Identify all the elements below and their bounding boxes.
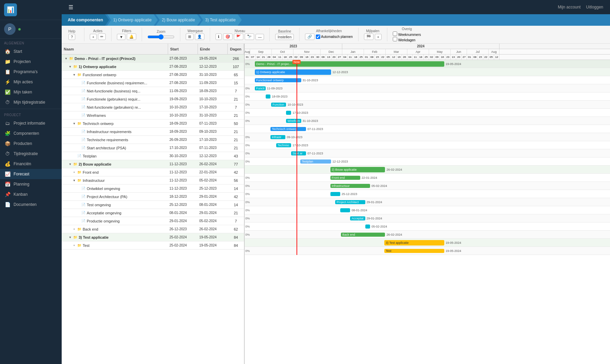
mijn-account-link[interactable]: Mijn account [558, 5, 581, 9]
task-expand-icon[interactable] [76, 89, 81, 93]
task-expand-icon[interactable] [72, 154, 77, 158]
sidebar-item-start[interactable]: 🏠Start [0, 46, 62, 57]
task-start-cell: 10-10-2023 [168, 105, 198, 109]
werkdagen-checkbox[interactable] [393, 37, 397, 41]
task-expand-icon[interactable]: ▼ [68, 235, 73, 240]
task-expand-icon[interactable] [76, 81, 81, 85]
day-cell: 04 [342, 55, 348, 60]
gantt-row: 1) Ontwerp applicatie12-12-2023 [245, 68, 610, 76]
sep6 [269, 28, 270, 41]
task-expand-icon[interactable] [76, 97, 81, 102]
task-expand-icon[interactable]: ▼ [68, 162, 73, 167]
mijlpalen-flag-button[interactable]: 🏁 [364, 34, 373, 40]
tab-bouw[interactable]: 2) Bouw applicatie [156, 14, 201, 26]
sidebar-item-componenten[interactable]: 🧩Componenten [0, 128, 62, 138]
sidebar-item-tijdregistratie2[interactable]: ⏱Tijdregistratie [0, 149, 62, 159]
niveau-flag-button[interactable]: 🚩 [234, 34, 243, 40]
sidebar-item-financien[interactable]: 💰Financiën [0, 159, 62, 169]
niveau-binoculars-button[interactable]: 🔭 [245, 34, 254, 40]
weergave-user-button[interactable]: 👤 [195, 34, 204, 40]
task-name-cell: 📄 Technische requirements [62, 137, 168, 142]
help-button[interactable]: ? [68, 34, 75, 40]
baseline-instellen-button[interactable]: Instellen [275, 34, 294, 40]
month-cell-Nov: Nov [293, 49, 321, 54]
task-expand-icon[interactable] [76, 186, 81, 191]
task-expand-icon[interactable] [76, 211, 81, 215]
task-expand-icon[interactable] [76, 202, 81, 207]
task-expand-icon[interactable] [76, 105, 81, 110]
sidebar-item-documenten[interactable]: 📄Documenten [0, 199, 62, 210]
task-expand-icon[interactable] [76, 194, 81, 199]
auto-plannen-checkbox[interactable] [316, 35, 320, 39]
hamburger-icon[interactable]: ☰ [68, 4, 73, 10]
task-name-text: Productie omgeving [87, 219, 120, 223]
filters-funnel-button[interactable]: ▼ [117, 34, 125, 40]
gantt-bar-end-label: 19-05-2024 [446, 241, 461, 244]
col-header-naam: Naam [62, 44, 168, 54]
tab-ontwerp[interactable]: 1) Ontwerp applicatie [107, 14, 158, 26]
gantt-row: 0%Acceptat29-01-2024 [245, 214, 610, 222]
niveau-info-button[interactable]: ℹ [216, 34, 222, 40]
month-cell-Oct: Oct [272, 49, 293, 54]
weeknummers-label: Weeknummers [393, 31, 421, 37]
gantt-bar: Test [384, 249, 444, 253]
task-expand-icon[interactable] [76, 113, 81, 118]
sidebar-item-programmas[interactable]: 📋Programma's [0, 67, 62, 77]
acties-edit-button[interactable]: ✏ [98, 34, 106, 40]
task-days-cell: 15 [228, 81, 244, 85]
sidebar-item-mijn-acties[interactable]: ⚡Mijn acties [0, 77, 62, 87]
task-expand-icon[interactable]: ▼ [64, 56, 68, 61]
auto-plannen-label: Automatisch plannen [316, 35, 352, 39]
task-expand-icon[interactable] [76, 129, 81, 134]
toolbar-baseline-group: Baseline Instellen [275, 29, 294, 40]
sidebar-item-mijn-taken[interactable]: ✅Mijn taken [0, 87, 62, 97]
sidebar-item-forecast[interactable]: 📈Forecast [0, 169, 62, 179]
tab-test[interactable]: 3) Test applicatie [199, 14, 242, 26]
day-cell: 18 [353, 55, 359, 60]
gantt-bar-end-label: 07-11-2023 [307, 152, 323, 155]
zoom-slider[interactable] [147, 34, 175, 40]
task-end-cell: 10-10-2023 [198, 97, 228, 101]
sidebar-item-project-info[interactable]: 🗂Project informatie [0, 118, 62, 128]
niveau-minus-button[interactable]: — [256, 34, 264, 40]
logo-area: 📊 [0, 0, 62, 20]
niveau-target-button[interactable]: 🎯 [223, 34, 232, 40]
gantt-bar: Demo - Prinzi - IT projec... [255, 61, 444, 67]
task-expand-icon[interactable] [76, 219, 81, 223]
uitloggen-link[interactable]: Uitloggen [586, 5, 603, 9]
task-expand-icon[interactable] [76, 137, 81, 142]
task-type-icon: 📄 [81, 146, 85, 150]
task-expand-icon[interactable]: + [72, 243, 77, 248]
weeknummers-checkbox[interactable] [393, 31, 397, 36]
task-days-cell: 21 [228, 211, 244, 215]
sidebar-item-projecten[interactable]: 📁Projecten [0, 57, 62, 67]
mijlpalen-add-button[interactable]: + [375, 34, 382, 40]
acties-icon: ⚡ [4, 79, 11, 85]
sidebar-item-kanban[interactable]: 📌Kanban [0, 189, 62, 199]
task-expand-icon[interactable]: ▼ [72, 72, 77, 77]
gantt-bar: Start ar [291, 151, 306, 155]
day-cell: 20 [456, 55, 462, 60]
sidebar-item-producten[interactable]: 📦Producten [0, 138, 62, 149]
sidebar-item-tijdregistratie[interactable]: ⏱Mijn tijdregistratie [0, 97, 62, 107]
task-type-icon: 📁 [77, 170, 81, 174]
task-expand-icon[interactable]: + [72, 227, 77, 232]
gantt-body: Now0%Demo - Prinzi - IT projec...19-05-2… [245, 60, 610, 364]
task-days-cell: 42 [228, 195, 244, 199]
documenten-icon: 📄 [4, 202, 11, 207]
sidebar-item-planning[interactable]: 📅Planning [0, 179, 62, 189]
task-expand-icon[interactable] [76, 146, 81, 150]
filters-bell-button[interactable]: 🔔 [127, 34, 136, 40]
task-expand-icon[interactable]: ▼ [72, 178, 77, 183]
tab-alle-componenten[interactable]: Alle componenten [62, 14, 109, 26]
acties-add-button[interactable]: + [90, 34, 97, 40]
task-type-icon: 📄 [77, 154, 81, 158]
afhankelijkheden-link-button[interactable]: 🔗 [305, 34, 314, 40]
task-expand-icon[interactable]: + [72, 170, 77, 175]
task-type-icon: 📁 [69, 57, 73, 60]
task-expand-icon[interactable]: ▼ [72, 121, 77, 126]
producten-icon: 📦 [4, 141, 11, 146]
pct-label: 0% [245, 249, 250, 253]
weergave-grid-button[interactable]: ⊞ [186, 34, 194, 40]
task-expand-icon[interactable]: ▼ [68, 64, 73, 69]
